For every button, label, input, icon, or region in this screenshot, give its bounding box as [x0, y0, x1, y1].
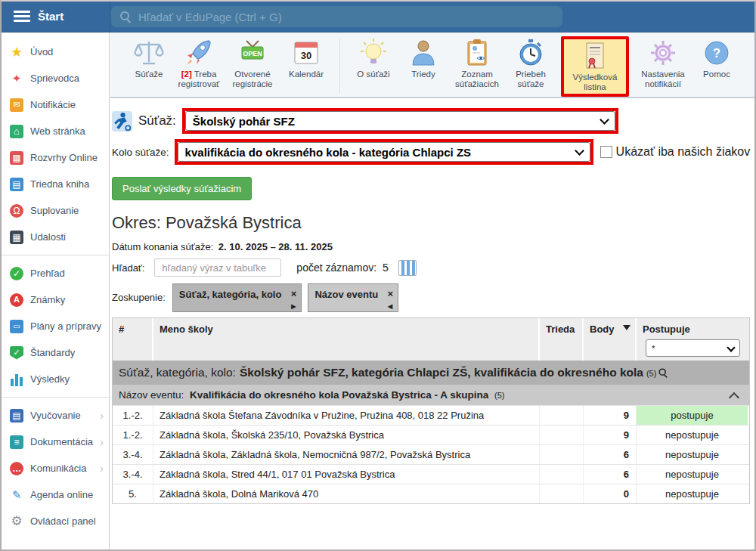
toolbar-label: Pomoc	[703, 70, 730, 79]
sidebar-item-label: Výsledky	[30, 373, 70, 385]
grouping-chip-event[interactable]: Názov eventu × ◀	[308, 283, 398, 312]
remove-chip-icon[interactable]: ×	[388, 288, 394, 299]
table-search-input[interactable]	[154, 258, 281, 277]
table-row[interactable]: 3.-4. Základná škola, Stred 44/1, 017 01…	[113, 464, 749, 484]
star-icon: ★	[10, 45, 23, 59]
toolbar-label: Otvorené registrácie	[225, 70, 280, 89]
rank-cell: 1.-2.	[113, 426, 153, 444]
toolbar-item-otvorene-registracie[interactable]: OPEN Otvorené registrácie	[225, 38, 280, 89]
global-search-input[interactable]: Hľadať v EduPage (Ctrl + G)	[111, 6, 562, 27]
sidebar-item-label: Ovládací panel	[30, 515, 96, 527]
chat-icon: …	[10, 462, 23, 475]
col-header-school[interactable]: Meno školy	[153, 318, 540, 361]
sidebar-item-uvod[interactable]: ★ Úvod	[2, 39, 109, 65]
advances-cell: nepostupuje	[637, 465, 748, 484]
sidebar-item-label: Rozvrhy Online	[30, 152, 98, 163]
chevron-right-icon: ›	[100, 462, 104, 475]
sidebar-item-ovladaci-panel[interactable]: ⚙ Ovládací panel	[2, 508, 109, 534]
points-cell: 6	[584, 465, 637, 484]
sidebar-item-dokumentacia[interactable]: ≡ Dokumentácia ›	[2, 429, 109, 455]
column-settings-icon[interactable]	[398, 260, 417, 276]
col-header-advances[interactable]: Postupuje *	[637, 318, 748, 361]
school-cell: Základná škola, Školská 235/10, Považská…	[153, 426, 540, 444]
sidebar-item-notifikacie[interactable]: ✉ Notifikácie	[2, 91, 109, 118]
sidebar-item-standardy[interactable]: ✓ Štandardy	[2, 339, 109, 366]
menu-icon[interactable]	[14, 11, 30, 23]
sidebar-item-label: Štandardy	[30, 347, 75, 358]
send-results-button[interactable]: Poslať výsledky súťažiacim	[112, 177, 252, 200]
grouping-chip-competition[interactable]: Súťaž, kategória, kolo × ▶	[172, 283, 302, 312]
competition-label: Súťaž:	[138, 113, 176, 128]
sidebar-item-web-stranka[interactable]: ⌂ Web stránka	[2, 118, 109, 144]
points-cell: 9	[584, 426, 637, 444]
sidebar-item-vysledky[interactable]: Výsledky	[2, 366, 109, 392]
competition-date-row: Dátum konania súťaže: 2. 10. 2025 – 28. …	[112, 241, 754, 252]
chevron-right-icon: ›	[100, 409, 104, 422]
table-row[interactable]: 5. Základná škola, Dolná Mariková 470 0 …	[113, 484, 749, 503]
arrow-right-icon[interactable]: ▶	[291, 303, 296, 310]
toolbar-label: Nastavenia notifikácií	[635, 70, 691, 89]
collapse-icon[interactable]	[729, 392, 739, 403]
toolbar-item-sutaze[interactable]: Súťaže	[125, 38, 173, 79]
sidebar-item-triedna-kniha[interactable]: ▤ Triedna kniha	[2, 171, 109, 197]
class-cell	[540, 406, 584, 425]
toolbar-item-pomoc[interactable]: ? Pomoc	[692, 38, 741, 79]
sidebar-item-agenda-online[interactable]: ✎ Agenda online	[2, 481, 109, 508]
sidebar-item-prehlad[interactable]: ✓ Prehľad	[2, 260, 109, 286]
table-row[interactable]: 1.-2. Základná škola, Školská 235/10, Po…	[113, 425, 749, 444]
sidebar-item-znamky[interactable]: A Známky	[2, 286, 109, 313]
competition-select[interactable]: Školský pohár SFZ	[185, 111, 615, 131]
sidebar-item-suplovanie[interactable]: Ω Suplovanie	[2, 197, 109, 224]
group-value: Kvalifikácia do okresného kola Považská …	[190, 389, 488, 401]
advances-cell: nepostupuje	[637, 484, 748, 503]
person-icon	[408, 38, 438, 68]
only-our-students-checkbox[interactable]	[600, 146, 612, 158]
lightbulb-icon	[358, 38, 389, 68]
home-icon: ⌂	[10, 125, 23, 138]
search-icon	[120, 11, 131, 22]
rocket-icon	[184, 38, 214, 68]
toolbar-item-treba-registrovat[interactable]: [2] Treba registrovať	[175, 38, 223, 89]
sidebar-item-rozvrhy[interactable]: ▦ Rozvrhy Online	[2, 144, 109, 171]
col-header-rank[interactable]: #	[113, 318, 153, 361]
bar-chart-icon	[10, 373, 23, 386]
sidebar: ★ Úvod ✦ Sprievodca ✉ Notifikácie ⌂ Web …	[2, 33, 110, 549]
points-cell: 9	[584, 406, 637, 425]
col-header-points[interactable]: Body	[584, 318, 637, 361]
round-select[interactable]: kvalifikácia do okresného kola - kategór…	[178, 142, 590, 162]
col-header-class[interactable]: Trieda	[540, 318, 584, 361]
toolbar-item-nastavenia-notifikacii[interactable]: Nastavenia notifikácií	[635, 38, 691, 89]
sidebar-item-plany[interactable]: ▭ Plány a prípravy	[2, 313, 109, 339]
toolbar-item-vysledkova-listina[interactable]: Výsledková listina	[561, 36, 629, 97]
sort-desc-icon[interactable]	[623, 325, 631, 330]
sidebar-item-komunikacia[interactable]: … Komunikácia ›	[2, 455, 109, 481]
remove-chip-icon[interactable]: ×	[291, 288, 297, 299]
sidebar-item-label: Prehľad	[30, 268, 65, 279]
document-icon: ≡	[10, 435, 23, 449]
group-row-event[interactable]: Názov eventu: Kvalifikácia do okresného …	[113, 385, 749, 405]
toolbar-item-priebeh-sutaze[interactable]: Priebeh súťaže	[507, 38, 555, 89]
round-label: Kolo súťaže:	[112, 147, 169, 158]
calendar-icon: 30	[291, 38, 321, 68]
toolbar-item-triedy[interactable]: Triedy	[399, 38, 448, 79]
table-row[interactable]: 1.-2. Základná škola Štefana Závodníka v…	[113, 405, 749, 425]
open-sign-icon: OPEN	[237, 38, 268, 68]
group-row-competition[interactable]: Súťaž, kategória, kolo: Školský pohár SF…	[113, 361, 749, 385]
arrow-left-icon[interactable]: ◀	[388, 303, 392, 310]
magnifier-icon[interactable]	[659, 368, 668, 376]
toolbar-item-kalendar[interactable]: 30 Kalendár	[282, 38, 330, 79]
sidebar-item-vyucovanie[interactable]: ▤ Vyučovanie ›	[2, 402, 109, 429]
advances-filter-select[interactable]: *	[646, 339, 740, 357]
toolbar-item-o-sutazi[interactable]: O súťaži	[349, 38, 398, 79]
table-row[interactable]: 3.-4. Základná škola, Základná škola, Ne…	[113, 444, 749, 464]
toolbar-item-zoznam-sutaziacich[interactable]: Zoznam súťažiacich	[449, 38, 505, 89]
class-cell	[540, 484, 584, 503]
sidebar-item-sprievodca[interactable]: ✦ Sprievodca	[2, 65, 109, 91]
class-cell	[540, 445, 584, 464]
round-select-highlight: kvalifikácia do okresného kola - kategór…	[175, 139, 593, 165]
sidebar-item-udalosti[interactable]: ▦ Udalosti	[2, 224, 109, 250]
points-cell: 6	[584, 445, 637, 464]
timetable-grid-icon: ▦	[10, 151, 23, 165]
advances-cell: nepostupuje	[637, 445, 748, 464]
group-count: (5)	[494, 391, 504, 400]
